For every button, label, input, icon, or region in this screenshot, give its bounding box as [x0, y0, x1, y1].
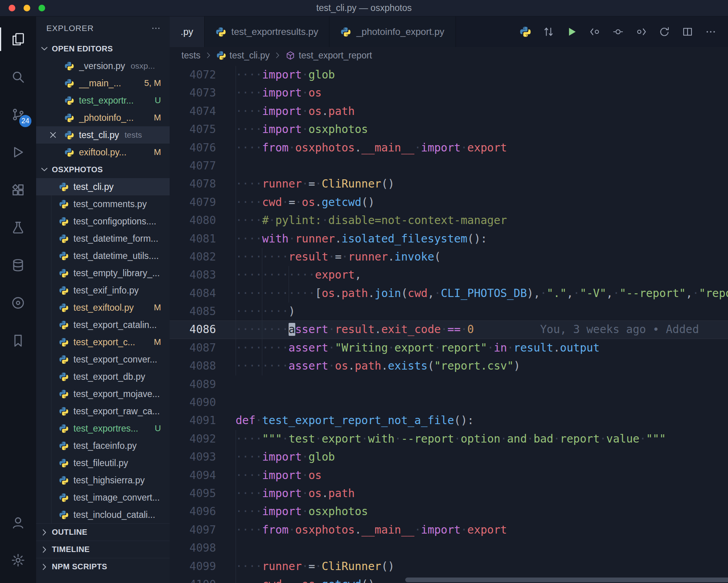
- code-line[interactable]: 4088········assert·os.path.exists("repor…: [170, 357, 728, 375]
- run-python-file-button[interactable]: [565, 26, 578, 38]
- activity-bar-item-source-control[interactable]: 24: [0, 96, 36, 133]
- code-line[interactable]: 4084············[os.path.join(cwd,·CLI_P…: [170, 284, 728, 302]
- file-tree-item[interactable]: test_incloud_catali...: [36, 506, 170, 523]
- code-line[interactable]: 4077: [170, 157, 728, 175]
- close-icon[interactable]: [49, 131, 57, 139]
- code-line[interactable]: 4097····from·osxphotos.__main__·import·e…: [170, 521, 728, 539]
- open-editor-item[interactable]: exiftool.py...M: [36, 144, 170, 161]
- activity-bar-item-settings[interactable]: [0, 541, 36, 579]
- activity-bar-item-search[interactable]: [0, 58, 36, 96]
- editor-tab[interactable]: .py: [170, 16, 205, 47]
- line-number[interactable]: 4087: [170, 339, 216, 357]
- line-number[interactable]: 4075: [170, 120, 216, 138]
- breadcrumb-item[interactable]: test_export_report: [285, 50, 372, 61]
- open-editor-item[interactable]: test_cli.pytests: [36, 126, 170, 144]
- line-number[interactable]: 4081: [170, 230, 216, 248]
- python-extension-button[interactable]: [519, 26, 532, 38]
- code-line[interactable]: 4075····import·osxphotos: [170, 120, 728, 138]
- file-tree-item[interactable]: test_export_mojave...: [36, 385, 170, 403]
- activity-bar-item-run-debug[interactable]: [0, 133, 36, 171]
- line-number[interactable]: 4077: [170, 157, 216, 175]
- activity-bar-item-storage[interactable]: [0, 246, 36, 284]
- file-tree-item[interactable]: test_comments.py: [36, 195, 170, 213]
- file-tree-item[interactable]: test_faceinfo.py: [36, 437, 170, 454]
- zoom-window-button[interactable]: [38, 5, 45, 11]
- breadcrumb-item[interactable]: test_cli.py: [216, 50, 270, 61]
- code-line[interactable]: 4089: [170, 375, 728, 394]
- line-number[interactable]: 4086: [170, 321, 216, 339]
- line-number[interactable]: 4085: [170, 302, 216, 321]
- minimize-window-button[interactable]: [24, 5, 30, 11]
- line-number[interactable]: 4096: [170, 503, 216, 521]
- code-line[interactable]: 4087········assert·"Writing·export·repor…: [170, 339, 728, 357]
- views-and-more-actions-icon[interactable]: [151, 23, 161, 33]
- folder-section-header[interactable]: OSXPHOTOS: [36, 161, 170, 178]
- activity-bar-item-testing[interactable]: [0, 209, 36, 246]
- editor-tab[interactable]: test_exportresults.py: [205, 16, 329, 47]
- file-tree-item[interactable]: test_fileutil.py: [36, 454, 170, 472]
- code-line[interactable]: 4093····import·glob: [170, 448, 728, 466]
- code-line[interactable]: 4082········result·=·runner.invoke(: [170, 248, 728, 266]
- current-change-button[interactable]: [612, 26, 624, 38]
- code-line[interactable]: 4081····with·runner.isolated_filesystem(…: [170, 230, 728, 248]
- open-editor-item[interactable]: __main_...5, M: [36, 75, 170, 92]
- code-line[interactable]: 4080····#·pylint:·disable=not-context-ma…: [170, 211, 728, 230]
- line-number[interactable]: 4099: [170, 557, 216, 576]
- section-header-timeline[interactable]: TIMELINE: [36, 541, 170, 558]
- open-editor-item[interactable]: _version.pyosxp...: [36, 57, 170, 75]
- line-number[interactable]: 4090: [170, 394, 216, 412]
- code-line[interactable]: 4085········): [170, 302, 728, 321]
- code-line[interactable]: 4073····import·os: [170, 84, 728, 102]
- open-editor-item[interactable]: _photoinfo_...M: [36, 109, 170, 126]
- code-line[interactable]: 4078····runner·=·CliRunner(): [170, 175, 728, 193]
- line-number[interactable]: 4093: [170, 448, 216, 466]
- line-number[interactable]: 4072: [170, 66, 216, 84]
- code-editor[interactable]: 4072····import·glob4073····import·os4074…: [170, 64, 728, 583]
- activity-bar-item-bookmarks[interactable]: [0, 322, 36, 359]
- line-number[interactable]: 4094: [170, 466, 216, 485]
- line-number[interactable]: 4097: [170, 521, 216, 539]
- file-tree-item[interactable]: test_cli.py: [36, 178, 170, 195]
- line-number[interactable]: 4080: [170, 211, 216, 230]
- code-line[interactable]: 4079····cwd·=·os.getcwd(): [170, 193, 728, 211]
- open-editors-header[interactable]: OPEN EDITORS: [36, 40, 170, 57]
- code-line[interactable]: 4090: [170, 394, 728, 412]
- activity-bar-item-extensions[interactable]: [0, 171, 36, 209]
- activity-bar-item-disc[interactable]: [0, 284, 36, 322]
- open-editor-item[interactable]: test_exportr...U: [36, 92, 170, 109]
- code-line[interactable]: 4091def·test_export_report_not_a_file():: [170, 412, 728, 430]
- section-header-outline[interactable]: OUTLINE: [36, 523, 170, 541]
- code-line[interactable]: 4095····import·os.path: [170, 485, 728, 503]
- file-tree-item[interactable]: test_highsierra.py: [36, 472, 170, 489]
- file-tree-item[interactable]: test_export_raw_ca...: [36, 403, 170, 420]
- line-number[interactable]: 4082: [170, 248, 216, 266]
- file-tree-item[interactable]: test_exportres...U: [36, 420, 170, 437]
- line-number[interactable]: 4079: [170, 193, 216, 211]
- file-tree-item[interactable]: test_export_db.py: [36, 368, 170, 385]
- code-line[interactable]: 4096····import·osxphotos: [170, 503, 728, 521]
- code-line[interactable]: 4076····from·osxphotos.__main__·import·e…: [170, 139, 728, 157]
- editor-tab[interactable]: _photoinfo_export.py: [329, 16, 455, 47]
- file-tree-item[interactable]: test_exiftool.pyM: [36, 299, 170, 316]
- code-line[interactable]: 4086········assert·result.exit_code·==·0…: [170, 321, 728, 339]
- line-number[interactable]: 4091: [170, 412, 216, 430]
- line-number[interactable]: 4076: [170, 139, 216, 157]
- activity-bar-item-explorer[interactable]: [0, 20, 36, 58]
- activity-bar-item-account[interactable]: [0, 504, 36, 541]
- code-line[interactable]: 4083············export,: [170, 266, 728, 284]
- code-line[interactable]: 4094····import·os: [170, 466, 728, 485]
- file-tree-item[interactable]: test_export_c...M: [36, 333, 170, 351]
- line-number[interactable]: 4074: [170, 102, 216, 120]
- file-tree-item[interactable]: test_export_catalin...: [36, 316, 170, 333]
- file-tree-item[interactable]: test_datetime_form...: [36, 230, 170, 247]
- horizontal-scrollbar[interactable]: [405, 578, 728, 582]
- breadcrumb-item[interactable]: tests: [181, 50, 201, 61]
- file-tree-item[interactable]: test_image_convert...: [36, 489, 170, 506]
- line-number[interactable]: 4089: [170, 375, 216, 394]
- more-actions-button[interactable]: [704, 26, 717, 38]
- file-tree-item[interactable]: test_exif_info.py: [36, 282, 170, 299]
- previous-change-button[interactable]: [589, 26, 601, 38]
- line-number[interactable]: 4100: [170, 576, 216, 583]
- line-number[interactable]: 4088: [170, 357, 216, 375]
- line-number[interactable]: 4083: [170, 266, 216, 284]
